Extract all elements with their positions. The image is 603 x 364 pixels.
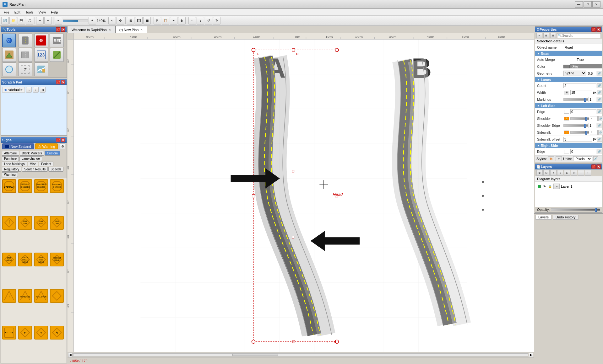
tb-print[interactable]: 🖨 [26, 17, 33, 24]
sidewalk-slider[interactable] [570, 131, 589, 134]
cat-lanemarkings[interactable]: Lane Markings [2, 162, 27, 166]
tb-paste[interactable]: 📋 [162, 17, 169, 24]
tb-cut[interactable]: ✂ [170, 17, 177, 24]
sign-item-12[interactable]: ACCIDENTAHEAD [50, 253, 64, 266]
tool-line[interactable] [50, 48, 64, 62]
cat-regulatory[interactable]: Regulatory [2, 167, 21, 172]
tool-number[interactable]: 123 [34, 48, 48, 62]
tool-sign[interactable]: 40 [34, 34, 48, 47]
sidewalk-offset-link-btn[interactable]: 🔗 [597, 137, 602, 142]
sign-item-1[interactable]: NO ROAD MARKING [2, 179, 16, 193]
layer-1-eye[interactable]: 👁 [542, 184, 546, 189]
sidewalk-offset-input[interactable] [563, 137, 592, 142]
sign-item-10[interactable]: TRAFFICSIGNALSAHEAD [18, 253, 32, 266]
layers-tb-del[interactable]: ⊖ [543, 170, 550, 176]
cat-aftercare[interactable]: Aftercare [2, 151, 19, 156]
tools-pin-btn[interactable]: 📌 [56, 27, 60, 32]
right-edge-input[interactable] [570, 149, 596, 154]
shoulder-edge-input[interactable] [589, 123, 596, 128]
sign-item-13[interactable]: ! [2, 289, 16, 303]
color-value[interactable]: Gray [570, 64, 602, 68]
signs-close[interactable]: ✕ [61, 138, 65, 142]
tb-copy[interactable]: ⎘ [154, 17, 161, 24]
cat-speeds[interactable]: Speeds [48, 167, 63, 172]
color-swatch[interactable] [563, 65, 570, 68]
tools-close-btn[interactable]: ✕ [61, 27, 65, 32]
tb-new[interactable]: 🔄 [1, 17, 9, 24]
sign-item-3[interactable]: 25km/h SPEEDCHANGED [34, 179, 48, 193]
markings-link-btn[interactable]: 🔗 [597, 97, 602, 102]
cat-custom[interactable]: Custom [45, 151, 60, 156]
markings-slider[interactable] [563, 98, 588, 101]
tb-delete[interactable]: 🗑 [178, 17, 186, 24]
layers-tb-export[interactable]: ↑ [585, 170, 591, 176]
shoulder-input[interactable] [590, 116, 598, 121]
shoulder-edge-link-btn[interactable]: 🔗 [597, 123, 602, 128]
cat-blank[interactable]: Blank Markers [20, 151, 44, 156]
cat-searchresults[interactable]: Search Results [22, 167, 48, 172]
tb-select[interactable]: ↖ [108, 17, 116, 24]
zoom-bar[interactable] [63, 19, 88, 22]
layers-tb-import[interactable]: ↓ [578, 170, 584, 176]
tb-open[interactable]: 📁 [9, 17, 17, 24]
left-edge-input[interactable] [570, 109, 596, 114]
styles-btn2[interactable]: ✏ [556, 156, 562, 161]
props-close[interactable]: ✕ [596, 27, 601, 32]
tab-newplan-close[interactable]: ✕ [140, 28, 143, 31]
width-link-btn[interactable]: 🔗 [597, 90, 602, 95]
road-section-header[interactable]: ▼ Road [535, 51, 602, 56]
h-scroll-thumb[interactable] [232, 354, 278, 356]
tb-flip-h[interactable]: ↔ [188, 17, 196, 24]
tb-save[interactable]: 💾 [18, 17, 25, 24]
tb-undo[interactable]: ↩ [36, 17, 44, 24]
tb-grid[interactable]: ⊞ [127, 17, 134, 24]
maximize-button[interactable]: □ [584, 1, 592, 8]
minimize-button[interactable]: — [575, 1, 583, 8]
layers-tb-up[interactable]: ↑ [550, 170, 557, 176]
layers-close[interactable]: ✕ [596, 164, 601, 169]
layers-tb-down[interactable]: ↓ [557, 170, 563, 176]
sign-item-20[interactable]: ↰ [50, 326, 64, 340]
sidewalk-check[interactable]: 🔒 [564, 131, 569, 134]
menu-edit[interactable]: Edit [12, 10, 23, 15]
sign-item-4[interactable]: BAR HOLESCHANGED [50, 179, 64, 193]
tb-rotate-l[interactable]: ↺ [205, 17, 212, 24]
props-tb3[interactable]: ⊞ [550, 33, 556, 38]
styles-btn1[interactable]: 🎨 [548, 156, 554, 161]
left-edge-check[interactable] [564, 110, 569, 114]
tb-flip-v[interactable]: ↕ [197, 17, 204, 24]
sign-item-6[interactable]: POLEHOLE [18, 216, 32, 230]
scratch-add[interactable]: → [26, 87, 32, 93]
sign-item-16[interactable] [50, 289, 64, 303]
sign-item-17[interactable]: ←→ [2, 326, 16, 340]
tool-circle[interactable] [2, 62, 16, 76]
opacity-slider[interactable] [551, 208, 600, 211]
shoulder-edge-slider[interactable] [563, 124, 588, 127]
main-canvas[interactable]: A B [74, 40, 534, 352]
scratch-default-item[interactable]: ◉ <default> [2, 87, 25, 93]
cat-peddet[interactable]: Peddet [39, 162, 53, 166]
props-tb2[interactable]: ⊟ [543, 33, 549, 38]
signs-settings[interactable]: ⚙ [60, 143, 65, 149]
sign-item-19[interactable]: ⇒ [34, 326, 48, 340]
right-edge-check[interactable] [564, 150, 569, 153]
width-input[interactable] [570, 90, 592, 95]
tb-redo[interactable]: ↪ [44, 17, 52, 24]
shoulder-link-btn[interactable]: 🔗 [598, 116, 603, 121]
tb-move[interactable]: ✛ [117, 17, 124, 24]
tool-lane[interactable] [18, 48, 32, 62]
scroll-right[interactable]: ▶ [529, 353, 533, 357]
cat-warning[interactable]: Warning [2, 172, 18, 177]
zoom-out[interactable]: − [55, 17, 62, 24]
sign-item-15[interactable]: PULL OVER [34, 289, 48, 303]
props-pin[interactable]: 📌 [591, 27, 596, 32]
geometry-select[interactable]: Spline [563, 71, 586, 76]
sign-item-14[interactable]: FUNERAL [18, 289, 32, 303]
sign-item-18[interactable]: ⇐ [18, 326, 32, 340]
menu-tools[interactable]: Tools [23, 10, 36, 15]
layers-tb-add[interactable]: ⊕ [536, 170, 543, 176]
right-side-header[interactable]: ▼ Right Side [535, 143, 602, 148]
width-check[interactable]: ⊞ [564, 91, 569, 94]
tb-snap[interactable]: 🔲 [135, 17, 143, 24]
scroll-left[interactable]: ◀ [68, 353, 73, 357]
